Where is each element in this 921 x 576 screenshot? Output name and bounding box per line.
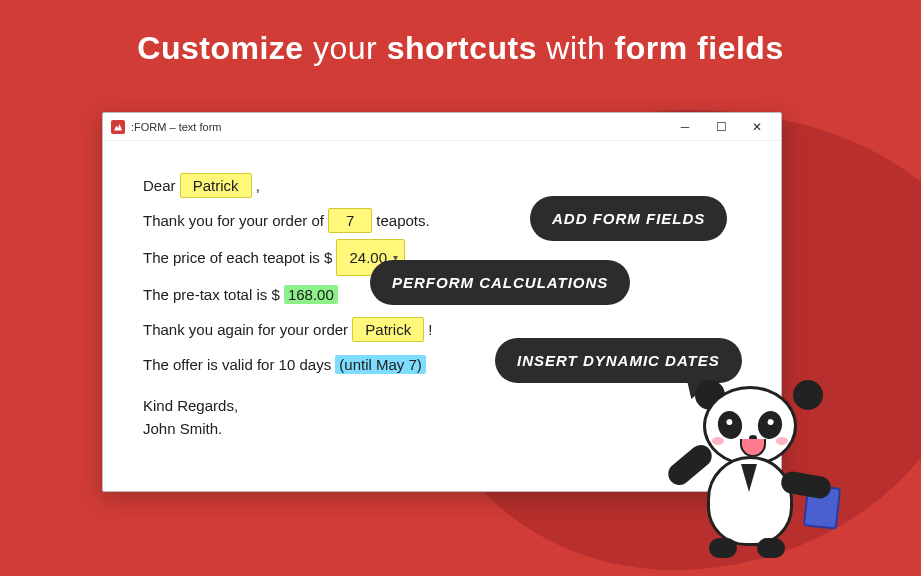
app-icon (111, 120, 125, 134)
close-button[interactable]: ✕ (739, 116, 775, 138)
text-order: Thank you for your order of (143, 212, 324, 229)
callout-calculations: PERFORM CALCULATIONS (370, 260, 630, 305)
headline-strong-2: shortcuts (387, 30, 537, 66)
name-field[interactable]: Patrick (180, 173, 252, 198)
headline-span-1: your (304, 30, 387, 66)
text-price: The price of each teapot is $ (143, 249, 332, 266)
text-total: The pre-tax total is $ (143, 286, 280, 303)
quantity-field[interactable]: 7 (328, 208, 372, 233)
page-headline: Customize your shortcuts with form field… (0, 0, 921, 67)
maximize-button[interactable]: ☐ (703, 116, 739, 138)
headline-span-2: with (537, 30, 615, 66)
dynamic-date: (until May 7) (335, 355, 426, 374)
window-title: :FORM – text form (131, 121, 667, 133)
calculated-total: 168.00 (284, 285, 338, 304)
panda-mascot (675, 386, 825, 556)
titlebar: :FORM – text form ─ ☐ ✕ (103, 113, 781, 141)
sign-line2: John Smith. (143, 420, 222, 437)
callout-dynamic-dates: INSERT DYNAMIC DATES (495, 338, 742, 383)
name-field-2[interactable]: Patrick (352, 317, 424, 342)
callout-form-fields: ADD FORM FIELDS (530, 196, 727, 241)
text-excl: ! (428, 321, 432, 338)
text-dear: Dear (143, 177, 176, 194)
sign-line1: Kind Regards, (143, 397, 238, 414)
minimize-button[interactable]: ─ (667, 116, 703, 138)
text-teapots: teapots. (376, 212, 429, 229)
headline-strong-1: Customize (137, 30, 303, 66)
text-thanks2: Thank you again for your order (143, 321, 348, 338)
headline-strong-3: form fields (615, 30, 784, 66)
text-comma: , (256, 177, 260, 194)
text-valid: The offer is valid for 10 days (143, 356, 331, 373)
